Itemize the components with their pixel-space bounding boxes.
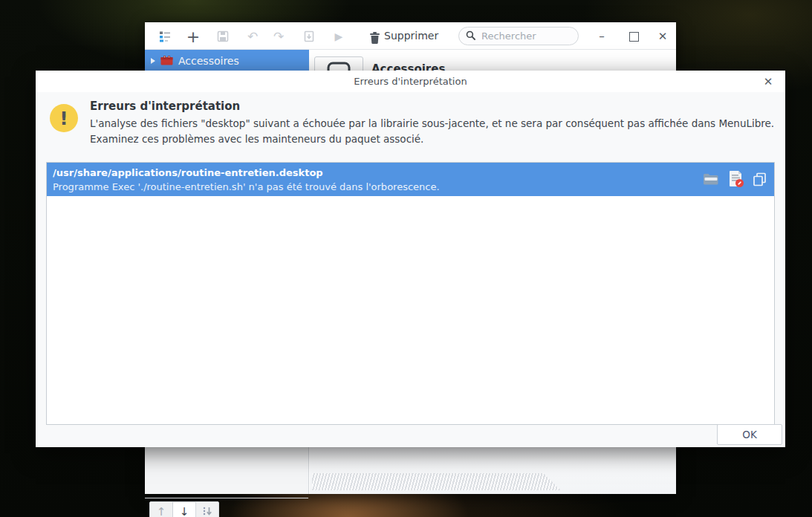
search-icon	[466, 29, 475, 43]
redo-button[interactable]: ↷	[270, 28, 287, 45]
error-list-item[interactable]: /usr/share/applications/routine-entretie…	[47, 163, 774, 196]
minimize-button[interactable]: –	[594, 29, 609, 44]
error-message: Programme Exec './routine-entretien.sh' …	[53, 180, 774, 194]
revert-button[interactable]	[301, 28, 317, 45]
dialog-heading: Erreurs d'interprétation	[90, 100, 240, 113]
dialog-titlebar: Erreurs d'interprétation	[36, 71, 785, 92]
delete-button[interactable]: Supprimer	[384, 30, 438, 42]
error-list: /usr/share/applications/routine-entretie…	[46, 162, 775, 425]
save-button[interactable]	[215, 28, 231, 45]
menulibre-app-icon	[157, 28, 173, 45]
move-down-button[interactable]: ↓	[172, 501, 196, 517]
dialog-close-button[interactable]: ✕	[761, 74, 776, 89]
trash-icon	[366, 29, 383, 45]
sidebar-item-label: Accessoires	[178, 55, 239, 67]
desktop: + ↶ ↷ ▶	[0, 0, 812, 517]
dialog-body-line1: L'analyse des fichiers "desktop" suivant…	[90, 117, 774, 129]
maximize-icon	[629, 32, 639, 42]
sort-alphabetical-button[interactable]	[195, 501, 219, 517]
mover-toolbar: ↑ ↓	[149, 501, 219, 517]
error-file-path: /usr/share/applications/routine-entretie…	[53, 166, 774, 180]
hatched-placeholder	[312, 473, 561, 490]
maximize-button[interactable]	[626, 29, 641, 44]
undo-button[interactable]: ↶	[244, 28, 261, 45]
sidebar-divider	[145, 498, 308, 498]
edit-file-button[interactable]	[728, 171, 744, 187]
parsing-errors-dialog: Erreurs d'interprétation ✕ ! Erreurs d'i…	[36, 71, 785, 447]
warning-icon: !	[50, 104, 78, 132]
add-button[interactable]: +	[185, 28, 201, 45]
search-input[interactable]	[480, 30, 566, 42]
sidebar-item-accessoires[interactable]: Accessoires	[145, 50, 309, 72]
move-up-button[interactable]: ↑	[149, 501, 173, 517]
copy-button[interactable]	[751, 171, 767, 187]
execute-button[interactable]: ▶	[331, 28, 347, 45]
toolbox-icon	[160, 55, 173, 68]
close-button[interactable]: ✕	[655, 29, 670, 44]
open-folder-button[interactable]	[703, 171, 719, 187]
expander-icon[interactable]	[151, 58, 155, 64]
ok-button[interactable]: OK	[717, 424, 782, 445]
dialog-body-line2: Examinez ces problèmes avec les maintene…	[90, 133, 423, 145]
toolbar: + ↶ ↷ ▶	[145, 22, 676, 50]
search-box[interactable]	[458, 27, 579, 45]
